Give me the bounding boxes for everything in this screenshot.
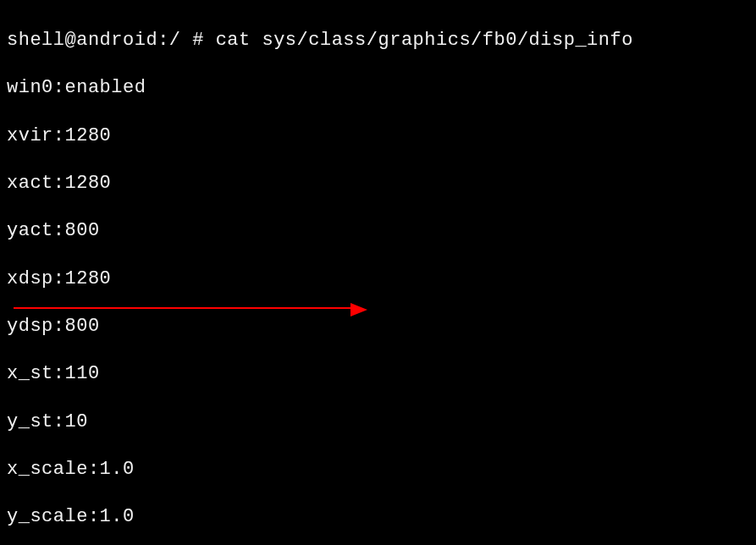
output-xvir: xvir:1280: [7, 124, 749, 148]
output-y-scale: y_scale:1.0: [7, 505, 749, 529]
output-yact: yact:800: [7, 219, 749, 243]
output-ydsp: ydsp:800: [7, 315, 749, 339]
output-win0-status: win0:enabled: [7, 76, 749, 100]
command-text: cat sys/class/graphics/fb0/disp_info: [216, 30, 633, 51]
output-x-scale: x_scale:1.0: [7, 458, 749, 482]
output-y-st: y_st:10: [7, 410, 749, 434]
output-x-st: x_st:110: [7, 362, 749, 386]
shell-prompt: shell@android:/ #: [7, 30, 216, 51]
terminal-output: shell@android:/ # cat sys/class/graphics…: [7, 5, 749, 545]
command-line: shell@android:/ # cat sys/class/graphics…: [7, 29, 749, 52]
output-xdsp: xdsp:1280: [7, 267, 749, 291]
output-xact: xact:1280: [7, 172, 749, 195]
